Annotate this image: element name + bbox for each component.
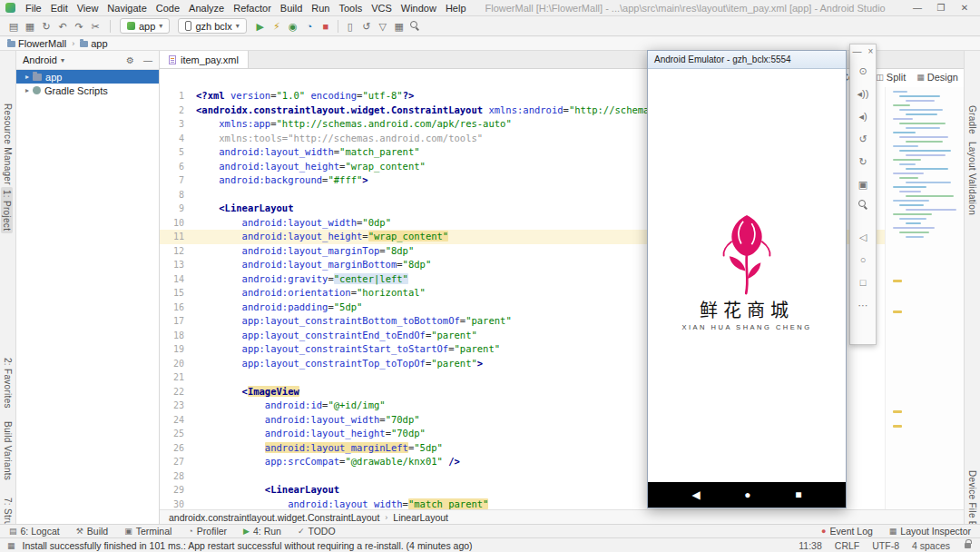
minimap-line	[899, 109, 943, 111]
tool-button-2-favorites[interactable]: 2: Favorites	[3, 358, 13, 409]
chevron-right-icon: ▸	[25, 73, 29, 81]
emulator-close-button[interactable]: ×	[868, 46, 874, 56]
menu-refactor[interactable]: Refactor	[229, 2, 276, 15]
menu-build[interactable]: Build	[276, 2, 307, 15]
emu-overview-button[interactable]: ■	[795, 488, 801, 501]
editor-mode-design[interactable]: ▦Design	[916, 72, 958, 83]
logcat-icon: ▤	[9, 527, 17, 536]
volume-up-button[interactable]: ◂))	[858, 83, 869, 105]
tree-item-app[interactable]: ▸app	[16, 70, 159, 84]
sdk-manager-icon[interactable]: ▽	[375, 17, 391, 35]
save-all-icon[interactable]: ▦	[22, 17, 38, 35]
emulator-screen[interactable]: 鲜花商城 XIAN HUA SHANG CHENG	[648, 69, 846, 482]
toolwindow-profiler[interactable]: ◔Profiler	[188, 526, 227, 537]
device-dropdown[interactable]: gzh bclx ▾	[178, 18, 246, 34]
menu-code[interactable]: Code	[152, 2, 184, 15]
tool-button-layout-validation[interactable]: Layout Validation	[967, 142, 977, 215]
avd-manager-icon[interactable]: ▯	[342, 17, 358, 35]
home-button[interactable]: ○	[860, 249, 867, 271]
toolwindow-6-logcat[interactable]: ▤6: Logcat	[9, 526, 60, 537]
breadcrumb-androidx-constraintlayout-widget-constraintlayout[interactable]: androidx.constraintlayout.widget.Constra…	[169, 512, 379, 523]
open-icon[interactable]: ▤	[5, 17, 22, 35]
tool-button-gradle[interactable]: Gradle	[967, 105, 977, 134]
tool-button-1-project[interactable]: 1: Project	[1, 187, 13, 233]
toolwindow-toggle-icon[interactable]: ▦	[7, 541, 15, 550]
breadcrumb-item-flowermall[interactable]: FlowerMall	[7, 38, 66, 49]
terminal-icon: ▣	[124, 527, 132, 536]
tool-button-resource-manager[interactable]: Resource Manager	[3, 104, 13, 185]
rotate-left-button[interactable]: ↺	[858, 128, 867, 151]
undo-icon[interactable]: ↶	[54, 17, 71, 35]
toolwindow-build[interactable]: ⚒Build	[76, 526, 108, 537]
emulator-nav-bar: ◀●■	[648, 482, 846, 508]
menu-edit[interactable]: Edit	[46, 2, 73, 15]
readonly-lock-icon[interactable]	[965, 543, 971, 548]
breadcrumb-item-app[interactable]: app	[80, 38, 107, 49]
sync-project-icon[interactable]: ↺	[358, 17, 375, 35]
sync-icon[interactable]: ↻	[38, 17, 54, 35]
redo-icon[interactable]: ↷	[71, 17, 87, 35]
editor-mode-split[interactable]: ◫Split	[876, 72, 906, 83]
toolwindow-terminal[interactable]: ▣Terminal	[124, 526, 172, 537]
menu-help[interactable]: Help	[441, 2, 471, 15]
minimap-line	[906, 100, 935, 102]
editor-tab-item-pay-xml[interactable]: item_pay.xml	[160, 51, 249, 68]
line-number: 28	[160, 469, 196, 484]
hide-panel-icon[interactable]: —	[143, 55, 152, 65]
breadcrumb: FlowerMall›app	[7, 38, 108, 49]
menu-analyze[interactable]: Analyze	[184, 2, 229, 15]
line-number: 12	[160, 244, 196, 259]
indent-indicator[interactable]: 4 spaces	[912, 540, 950, 551]
minimap-line	[906, 127, 940, 129]
code-minimap[interactable]	[885, 87, 964, 509]
cut-icon[interactable]: ✂	[87, 17, 103, 35]
profile-button[interactable]: ◔	[301, 17, 318, 35]
volume-down-button[interactable]: ◂)	[858, 105, 867, 128]
menu-run[interactable]: Run	[307, 2, 334, 15]
menu-view[interactable]: View	[73, 2, 103, 15]
more-button[interactable]: ⋯	[858, 294, 868, 317]
tree-item-gradle-scripts[interactable]: ▸Gradle Scripts	[16, 84, 159, 97]
minimize-button[interactable]: —	[906, 0, 929, 15]
menu-navigate[interactable]: Navigate	[103, 2, 151, 15]
emulator-title-bar[interactable]: Android Emulator - gzh_bclx:5554	[648, 51, 846, 69]
project-view-selector[interactable]: Android	[23, 54, 57, 65]
encoding-indicator[interactable]: UTF-8	[872, 540, 899, 551]
emu-home-button[interactable]: ●	[744, 488, 750, 501]
rotate-right-button[interactable]: ↻	[858, 151, 867, 173]
menu-vcs[interactable]: VCS	[367, 2, 397, 15]
overview-button[interactable]: □	[860, 271, 867, 294]
line-separator-indicator[interactable]: CRLF	[835, 540, 859, 551]
menu-file[interactable]: File	[21, 2, 46, 15]
menu-window[interactable]: Window	[397, 2, 441, 15]
power-button[interactable]: ⊙	[858, 60, 867, 83]
menu-tools[interactable]: Tools	[334, 2, 367, 15]
close-button[interactable]: ✕	[953, 0, 976, 15]
emu-back-button[interactable]: ◀	[692, 488, 701, 501]
apply-changes-button[interactable]: ⚡	[269, 17, 285, 35]
search-everywhere-icon[interactable]	[410, 21, 420, 31]
minimap-line	[906, 154, 946, 156]
run-config-dropdown[interactable]: app ▾	[120, 18, 170, 34]
status-message[interactable]: Install successfully finished in 101 ms.…	[23, 540, 473, 551]
line-number: 13	[160, 258, 196, 272]
screenshot-button[interactable]: ▣	[858, 173, 867, 196]
tool-button-build-variants[interactable]: Build Variants	[3, 421, 13, 480]
emulator-window-controls: —×	[853, 46, 874, 56]
right-tool-stripe: GradleLayout ValidationDevice File Explo…	[964, 51, 980, 524]
toolwindow-event-log[interactable]: ●Event Log	[821, 526, 873, 537]
toolwindow-layout-inspector[interactable]: ▦Layout Inspector	[889, 526, 971, 537]
stop-button[interactable]: ■	[318, 17, 334, 35]
maximize-button[interactable]: ❐	[929, 0, 953, 15]
status-time: 11:38	[799, 540, 822, 551]
breadcrumb-linearlayout[interactable]: LinearLayout	[393, 512, 448, 523]
zoom-button[interactable]	[858, 200, 868, 222]
run-button[interactable]: ▶	[252, 17, 269, 35]
toolwindow-4-run[interactable]: ▶4: Run	[243, 526, 281, 537]
emulator-minimize-button[interactable]: —	[853, 46, 862, 56]
settings-gear-icon[interactable]: ⚙	[126, 55, 134, 65]
layout-inspector-icon[interactable]: ▦	[391, 17, 407, 35]
toolwindow-todo[interactable]: ✓TODO	[298, 526, 336, 537]
debug-button[interactable]: ◉	[285, 17, 301, 35]
back-button[interactable]: ◁	[859, 226, 867, 249]
